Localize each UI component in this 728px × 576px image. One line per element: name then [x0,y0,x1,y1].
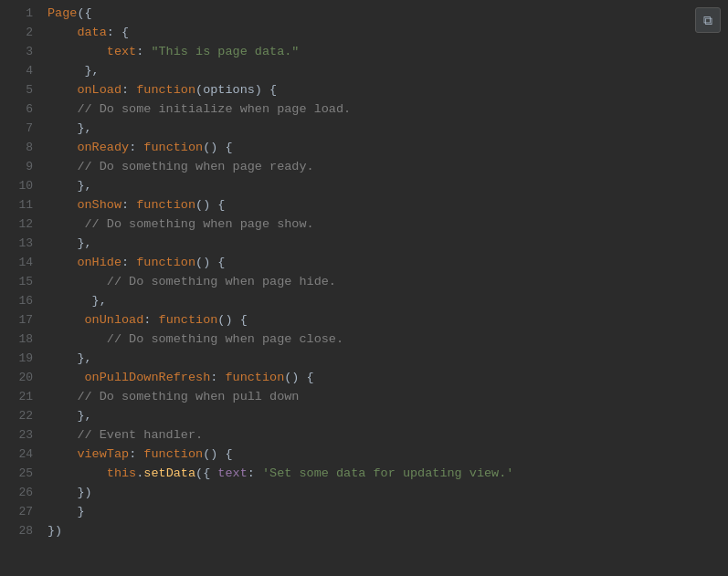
token-kw-key: text [107,45,136,58]
code-line: 27 } [0,502,728,521]
code-line: 2 data: { [0,23,728,42]
token-kw-function: function [136,198,195,212]
line-number: 2 [7,23,33,42]
token-plain: }) [47,524,62,538]
code-content: // Do something when page ready. [47,157,721,176]
code-content: }, [47,61,721,80]
token-plain: () { [284,371,313,384]
token-plain: : [129,447,143,461]
code-line: 25 this.setData({ text: 'Set some data f… [0,464,728,483]
token-plain: }, [47,294,107,308]
token-comment: // Do something when page show. [85,217,314,231]
code-content: onUnload: function() { [47,310,721,330]
code-content: onHide: function() { [47,253,721,272]
code-content: onShow: function() { [47,195,721,215]
token-plain: }, [47,121,92,135]
line-number: 3 [7,42,33,61]
token-comment: // Do something when page ready. [77,160,313,173]
token-plain: ({ [195,466,217,480]
token-plain: () { [195,198,225,212]
code-content: Page({ [47,4,721,23]
line-number: 21 [7,387,33,406]
token-plain [47,45,107,58]
token-kw-key: onLoad [77,83,121,97]
token-kw-function: function [136,83,195,97]
line-number: 13 [7,234,33,253]
code-content: }, [47,234,721,253]
line-number: 25 [7,464,33,483]
token-plain: : [143,313,158,327]
code-content: data: { [47,23,721,42]
code-content: onPullDownRefresh: function() { [47,368,721,387]
token-kw-this: this [107,466,136,480]
code-content: }) [47,483,721,502]
code-line: 13 }, [0,234,728,253]
code-line: 28}) [0,521,728,540]
token-method: setData [143,466,195,480]
code-content: // Do something when page hide. [47,272,721,291]
code-line: 20 onPullDownRefresh: function() { [0,368,728,387]
token-plain [47,275,107,288]
token-plain: () { [203,141,232,154]
token-plain: () { [217,313,247,327]
token-kw-key: data [77,26,106,39]
code-line: 26 }) [0,483,728,502]
token-plain [47,198,77,212]
token-plain: } [47,505,85,518]
line-number: 22 [7,406,33,425]
token-plain: : [121,198,136,212]
token-comment: // Do something when pull down [77,390,299,403]
token-plain: : [121,256,136,269]
token-plain [47,332,107,346]
token-comment: // Event handler. [77,428,203,442]
code-content: } [47,502,721,521]
token-param: options [203,83,255,97]
line-number: 10 [7,176,33,195]
code-line: 3 text: "This is page data." [0,42,728,61]
token-kw-key: onReady [77,141,129,154]
code-line: 11 onShow: function() { [0,195,728,215]
token-kw-function: function [159,313,218,327]
token-plain: ( [195,83,203,97]
code-content: this.setData({ text: 'Set some data for … [47,464,721,483]
code-line: 22 }, [0,406,728,425]
line-number: 5 [7,80,33,99]
token-comment: // Do something when page hide. [107,275,336,288]
copy-button[interactable]: ⧉ [695,7,721,33]
token-kw-function: function [143,141,203,154]
token-plain: () { [203,447,232,461]
token-plain: () { [195,256,225,269]
code-content: }, [47,349,721,368]
line-number: 17 [7,310,33,330]
code-line: 4 }, [0,61,728,80]
token-kw-key: viewTap [77,447,129,461]
token-plain [47,390,77,403]
token-plain: : [136,45,151,58]
token-plain [47,102,77,116]
token-plain: }, [47,179,92,193]
token-plain: }) [47,486,92,499]
token-kw-page: Page [47,6,77,20]
token-str: "This is page data." [151,45,299,58]
code-content: // Do something when page close. [47,330,721,349]
code-line: 9 // Do something when page ready. [0,157,728,176]
line-number: 14 [7,253,33,272]
token-plain: ({ [77,6,91,20]
code-line: 10 }, [0,176,728,195]
token-kw-key: onShow [77,198,121,212]
token-plain [47,313,85,327]
code-content: // Do something when pull down [47,387,721,406]
code-line: 24 viewTap: function() { [0,445,728,464]
line-number: 28 [7,521,33,540]
token-plain [47,371,85,384]
line-number: 26 [7,483,33,502]
token-plain: }, [47,409,92,423]
line-number: 4 [7,61,33,80]
token-kw-function: function [136,256,195,269]
token-plain: }, [47,236,92,250]
token-kw-function: function [225,371,284,384]
line-number: 23 [7,425,33,445]
line-number: 8 [7,138,33,157]
token-plain: : [121,83,136,97]
line-number: 20 [7,368,33,387]
